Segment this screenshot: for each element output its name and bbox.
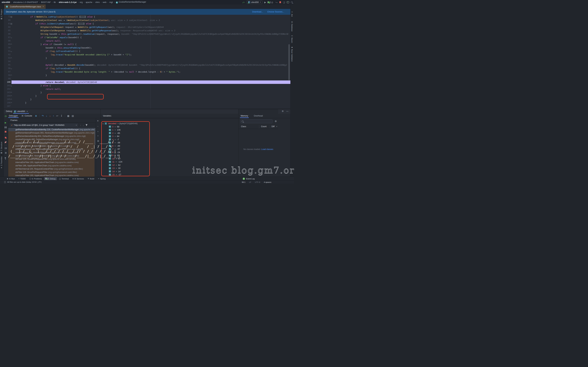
vcs-update-icon[interactable]: ⤺: [242, 1, 245, 3]
breadcrumb-item[interactable]: shirodemo-1.0-SNAPSHOT: [13, 1, 38, 3]
column-class[interactable]: Class: [241, 125, 246, 128]
view-breakpoints-icon[interactable]: [5, 137, 6, 139]
banner-action-choosesources[interactable]: Choose Sources...: [267, 11, 284, 13]
memory-settings-icon[interactable]: ⚙: [275, 120, 277, 123]
column-diff[interactable]: Diff: [271, 125, 275, 128]
tab-overhead[interactable]: Overhead: [254, 115, 263, 117]
code-line[interactable]: 91if (log.isTraceEnabled()) {: [4, 50, 290, 53]
prev-frame-icon[interactable]: ↑: [80, 124, 81, 126]
column-count[interactable]: Count: [261, 125, 267, 128]
status-utf8[interactable]: UTF-8: [255, 181, 260, 183]
rerun-icon[interactable]: ⟳: [5, 115, 7, 117]
evaluate-expression-icon[interactable]: ▦: [67, 115, 69, 117]
fold-marker-icon[interactable]: [9, 101, 13, 105]
code-editor[interactable]: 72+if (!WebUtils.isHttp(subjectContext))…: [4, 15, 290, 109]
breadcrumb-item[interactable]: shiro: [95, 1, 100, 3]
frame-row[interactable]: buildWebSubject:148, WebSubject$Builder …: [8, 148, 95, 151]
code-line[interactable]: 101} else {: [4, 84, 290, 87]
code-line[interactable]: 96if (log.isTraceEnabled()) {: [4, 67, 290, 70]
code-line[interactable]: 106}: [4, 101, 290, 105]
fold-marker-icon[interactable]: [9, 98, 13, 101]
status-4spaces[interactable]: 4 spaces: [264, 181, 271, 183]
banner-action-download[interactable]: Download...: [252, 11, 263, 13]
code-line[interactable]: 88return null;: [4, 39, 290, 43]
toolwindow-button-build[interactable]: ⚒Build: [86, 177, 96, 180]
tab-console[interactable]: ▸ Console: [21, 115, 33, 117]
fold-marker-icon[interactable]: +: [9, 22, 13, 25]
code-line[interactable]: 90base64 = this.ensurePadding(base64);: [4, 46, 290, 50]
sidebar-item-database[interactable]: ◍Database: [291, 21, 293, 32]
breadcrumb-item[interactable]: shiro-web-1.2.4.jar: [59, 1, 77, 3]
sidebar-item-favorites[interactable]: ★ 2: Favorites: [0, 157, 2, 169]
filter-icon[interactable]: [86, 124, 88, 126]
next-frame-icon[interactable]: ↓: [83, 124, 84, 126]
tab-memory[interactable]: Memory: [241, 115, 248, 117]
frame-row[interactable]: doFilter:119, OncePerRequestFilter (org.…: [8, 171, 95, 174]
fold-marker-icon[interactable]: [9, 94, 13, 98]
close-icon[interactable]: ✕: [26, 110, 28, 113]
code-line[interactable]: 86String base64 = this.getCookie().readV…: [4, 32, 290, 36]
thread-selector[interactable]: ✓ "http-nio-8080-exec-10"@6...3 in group…: [9, 123, 78, 127]
frame-row[interactable]: createSubject:292, AbstractShiroFilter (…: [8, 151, 95, 154]
sidebar-item-ant[interactable]: ✶Ant: [291, 11, 293, 17]
tab-debugger[interactable]: Debugger: [8, 115, 18, 117]
mute-breakpoints-icon[interactable]: [5, 141, 6, 143]
run-button[interactable]: ▶: [264, 1, 266, 3]
duplicate-icon[interactable]: ▣: [97, 140, 99, 142]
sidebar-item-structure[interactable]: ▩ 7: Structure: [0, 142, 2, 154]
execution-line[interactable]: 100return decoded; decoded: byte[4720]@6…: [4, 80, 290, 84]
status-961[interactable]: 96:1: [242, 181, 245, 183]
frame-row[interactable]: doFilter:125, OncePerRequestFilter (org.…: [8, 158, 95, 161]
move-down-icon[interactable]: ▼: [97, 135, 99, 137]
minimize-icon[interactable]: —: [286, 110, 288, 112]
breadcrumb-item[interactable]: org: [80, 1, 83, 3]
toolwindow-button-4run[interactable]: ▶4: Run: [6, 177, 16, 180]
toolwindow-button-todo[interactable]: ≡TODO: [17, 177, 27, 180]
profiler-button[interactable]: ◔▼: [275, 1, 277, 3]
fold-marker-icon[interactable]: [9, 84, 13, 87]
event-log-button[interactable]: 1 Event Log: [243, 178, 294, 180]
frame-row[interactable]: buildSubject:846, Subject$Builder (org.a…: [8, 144, 95, 148]
fold-marker-icon[interactable]: [9, 67, 13, 70]
toolwindow-button-6problems[interactable]: !6: Problems: [28, 177, 43, 180]
frame-row[interactable]: getRememberedPrincipals:393, AbstractRem…: [8, 131, 95, 134]
code-line[interactable]: 97log.trace("Base64 decoded byte array l…: [4, 70, 290, 74]
run-to-cursor-icon[interactable]: ↧: [61, 115, 62, 117]
sidebar-item-bean-validation[interactable]: ◆Bean Validation: [291, 46, 293, 62]
code-line[interactable]: 85HttpServletResponse response = WebUtil…: [4, 29, 290, 32]
code-line[interactable]: 99: [4, 77, 290, 80]
fold-marker-icon[interactable]: +: [9, 15, 13, 18]
step-out-icon[interactable]: ↑: [53, 115, 54, 117]
fold-marker-icon[interactable]: [9, 56, 13, 60]
code-line[interactable]: 72+if (!WebUtils.isHttp(subjectContext))…: [4, 15, 290, 18]
fold-marker-icon[interactable]: [9, 91, 13, 94]
load-classes-link[interactable]: Load classes: [261, 148, 273, 150]
code-line[interactable]: 92log.trace("Acquired Base64 encoded ide…: [4, 53, 290, 56]
frame-row[interactable]: internalDoFilter:193, ApplicationFilterC…: [8, 161, 95, 164]
sidebar-item-maven[interactable]: mMaven: [291, 35, 293, 43]
settings-gear-icon[interactable]: ⚙: [282, 110, 284, 112]
breadcrumb-item[interactable]: shiro550: [2, 1, 10, 3]
pin-icon[interactable]: [5, 157, 6, 159]
frame-row[interactable]: createSubject:342, DefaultSecurityManage…: [8, 141, 95, 144]
step-into-icon[interactable]: ↓: [46, 115, 47, 117]
frame-row[interactable]: getRememberedIdentity:604, DefaultSecuri…: [8, 134, 95, 138]
toolwindow-button-5debug[interactable]: 5: Debug: [44, 177, 57, 180]
frame-row[interactable]: getRememberedSerializedIdentity:219, Coo…: [8, 128, 95, 131]
breadcrumb-item[interactable]: BOOT-INF: [41, 1, 51, 3]
fold-marker-icon[interactable]: [9, 50, 13, 53]
breadcrumb-item[interactable]: CCookieRememberMeManager: [116, 1, 146, 4]
coverage-button[interactable]: ◎: [271, 1, 273, 3]
toolwindow-layout-icon[interactable]: ❏: [283, 1, 285, 3]
breadcrumb-item[interactable]: web: [103, 1, 106, 3]
code-line[interactable]: 87if ("deleteMe".equals(base64)) {: [4, 36, 290, 39]
frame-row[interactable]: doFilter:166, ApplicationFilterChain (or…: [8, 164, 95, 167]
debug-session-tab[interactable]: shiro550 ✕: [14, 109, 28, 113]
resume-icon[interactable]: ▶: [5, 122, 6, 124]
code-line[interactable]: 103}: [4, 91, 290, 94]
fold-marker-icon[interactable]: [9, 36, 13, 39]
breadcrumb-item[interactable]: lib: [54, 1, 56, 3]
frames-scrollbar[interactable]: [95, 128, 95, 145]
run-config-selector[interactable]: shiro550 ▼: [247, 0, 262, 4]
force-step-into-icon[interactable]: ↓: [49, 115, 51, 117]
